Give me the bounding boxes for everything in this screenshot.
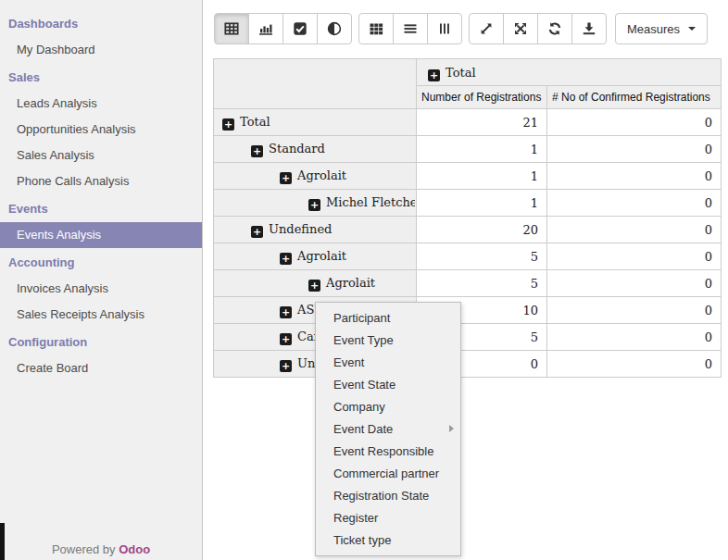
pivot-value-cell: 0 <box>547 109 722 136</box>
pivot-row-label-text: Standard <box>269 142 325 156</box>
pivot-view-button[interactable] <box>214 13 249 44</box>
pivot-value-cell: 1 <box>417 190 547 217</box>
plus-square-icon: + <box>280 172 292 184</box>
pivot-value-cell: 1 <box>417 136 547 163</box>
pivot-value-cell: 0 <box>547 243 722 270</box>
pivot-value-cell: 0 <box>547 217 722 243</box>
pivot-row-label-michel-fletcher[interactable]: +Michel Fletcher <box>214 190 417 217</box>
columns-display-button[interactable] <box>427 13 462 44</box>
powered-by-text: Powered by <box>52 542 116 556</box>
expand-icon <box>479 21 494 36</box>
contrast-view-button[interactable] <box>317 13 352 44</box>
menu-item-event-type[interactable]: Event Type <box>316 330 460 352</box>
plus-square-icon: + <box>280 253 292 265</box>
pivot-value-cell: 21 <box>417 109 547 136</box>
expand-button[interactable] <box>469 13 504 44</box>
sidebar-item-sales-analysis[interactable]: Sales Analysis <box>0 143 202 168</box>
sidebar-item-events-analysis[interactable]: Events Analysis <box>0 222 202 248</box>
toolbar: Measures <box>214 13 728 44</box>
pivot-row-5-agrolait: +Agrolait50 <box>214 243 722 270</box>
submenu-arrow-icon <box>449 425 454 432</box>
menu-item-event-date[interactable]: Event Date <box>316 418 460 441</box>
download-button[interactable] <box>571 13 607 44</box>
pivot-row-label-total[interactable]: +Total <box>214 109 417 136</box>
menu-item-label: Registration State <box>333 489 429 503</box>
pivot-value-cell: 0 <box>547 190 722 217</box>
menu-item-label: Register <box>333 511 378 525</box>
nav-section-sales: SalesLeads AnalysisOpportunities Analysi… <box>0 65 202 194</box>
sidebar-item-phone-calls-analysis[interactable]: Phone Calls Analysis <box>0 168 202 194</box>
adjust-icon <box>327 21 342 36</box>
plus-square-icon: + <box>251 145 263 157</box>
measures-button-label: Measures <box>627 22 680 36</box>
pivot-value-cell: 0 <box>547 270 722 297</box>
pivot-row-label-undefined[interactable]: +Undefined <box>214 217 417 243</box>
pivot-row-label-standard[interactable]: +Standard <box>214 136 417 163</box>
corner-black-strip <box>0 523 5 560</box>
menu-item-register[interactable]: Register <box>316 506 460 529</box>
pivot-value-cell: 0 <box>547 324 722 351</box>
sidebar-item-leads-analysis[interactable]: Leads Analysis <box>0 91 202 117</box>
menu-item-event[interactable]: Event <box>316 352 460 374</box>
sidebar-item-opportunities-analysis[interactable]: Opportunities Analysis <box>0 117 202 143</box>
nav-section-title: Events <box>0 196 202 222</box>
nav-section-events: EventsEvents Analysis <box>0 196 202 248</box>
menu-item-event-responsible[interactable]: Event Responsible <box>316 440 460 462</box>
pivot-row-label-agrolait[interactable]: +Agrolait <box>214 243 417 270</box>
menu-item-commercial-partner[interactable]: Commercial partner <box>316 462 460 484</box>
pivot-row-6-agrolait: +Agrolait50 <box>214 270 722 297</box>
refresh-icon <box>547 21 562 36</box>
pivot-value-cell: 5 <box>417 243 547 270</box>
nav-section-title: Sales <box>0 65 202 91</box>
nav-section-title: Accounting <box>0 250 202 276</box>
plus-square-icon: + <box>251 226 263 238</box>
plus-square-icon: + <box>428 69 440 81</box>
toolbar-button-groups <box>214 13 607 44</box>
menu-item-participant[interactable]: Participant <box>316 307 460 330</box>
menu-item-label: Participant <box>333 311 390 325</box>
measure-header-confirmed[interactable]: # No of Confirmed Registrations <box>547 86 722 109</box>
bar-chart-view-button[interactable] <box>248 13 283 44</box>
menu-item-label: Event <box>333 355 364 369</box>
sidebar: DashboardsMy DashboardSalesLeads Analysi… <box>0 0 203 560</box>
pivot-value-cell: 0 <box>547 297 722 324</box>
menu-item-label: Event Date <box>333 422 393 436</box>
menu-item-ticket-type[interactable]: Ticket type <box>316 529 460 551</box>
main-content: Measures +Total Number of Registrations … <box>204 0 728 560</box>
pivot-row-label-text: Agrolait <box>326 276 375 290</box>
pivot-row-8-cam: +Cam50 <box>214 324 722 351</box>
groupby-context-menu: ParticipantEvent TypeEventEvent StateCom… <box>315 302 461 556</box>
pivot-value-cell: 1 <box>417 163 547 190</box>
justify-icon <box>403 21 418 36</box>
rows-display-button[interactable] <box>393 13 428 44</box>
fullscreen-button[interactable] <box>503 13 538 44</box>
grid-display-button[interactable] <box>358 13 394 44</box>
pivot-row-label-agrolait[interactable]: +Agrolait <box>214 270 417 297</box>
check-view-button[interactable] <box>282 13 318 44</box>
plus-square-icon: + <box>280 360 292 372</box>
pivot-row-label-agrolait[interactable]: +Agrolait <box>214 163 417 190</box>
toolbar-group-1 <box>358 13 462 44</box>
menu-item-label: Ticket type <box>333 533 391 547</box>
sidebar-item-sales-receipts-analysis[interactable]: Sales Receipts Analysis <box>0 302 202 328</box>
menu-item-label: Event Type <box>333 333 394 347</box>
pivot-row-label-text: Agrolait <box>297 249 346 263</box>
measures-button[interactable]: Measures <box>615 13 708 44</box>
measure-header-registrations[interactable]: Number of Registrations <box>417 86 547 109</box>
toolbar-group-0 <box>214 13 352 44</box>
menu-item-label: Commercial partner <box>333 467 439 480</box>
odoo-logo[interactable]: Odoo <box>119 542 150 556</box>
menu-item-company[interactable]: Company <box>316 396 460 418</box>
pivot-row-7-asu: +ASU100 <box>214 297 722 324</box>
refresh-button[interactable] <box>537 13 572 44</box>
menu-item-registration-state[interactable]: Registration State <box>316 484 460 506</box>
plus-square-icon: + <box>222 118 234 131</box>
plus-square-icon: + <box>308 199 320 211</box>
sidebar-item-invoices-analysis[interactable]: Invoices Analysis <box>0 276 202 302</box>
pivot-col-header-total[interactable]: +Total <box>417 59 722 86</box>
th-grid-icon <box>369 21 383 36</box>
sidebar-item-create-board[interactable]: Create Board <box>0 355 202 381</box>
menu-item-event-state[interactable]: Event State <box>316 374 460 396</box>
bar-chart-icon <box>258 21 273 36</box>
sidebar-item-my-dashboard[interactable]: My Dashboard <box>0 37 202 63</box>
